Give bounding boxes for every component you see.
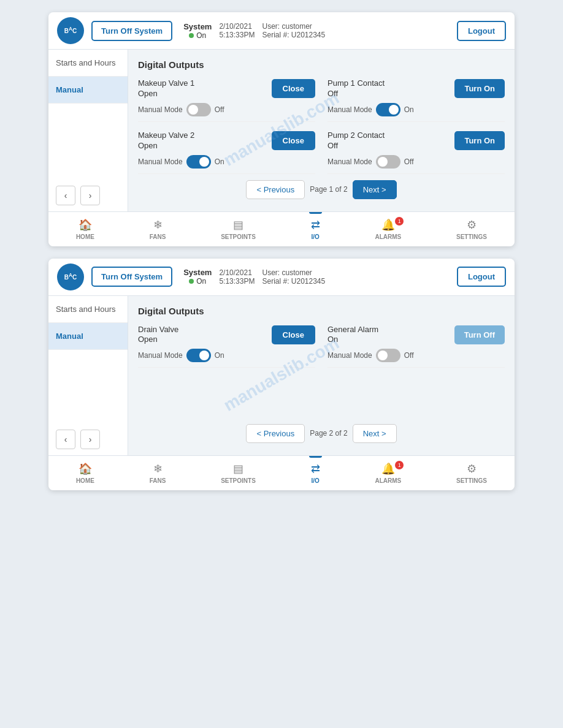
- header: BAC Turn Off System System On 2/10/2021 …: [48, 259, 515, 296]
- manual-mode-label-1: Manual Mode: [327, 351, 372, 360]
- nav-item-alarms[interactable]: 🔔ALARMS1: [369, 216, 407, 243]
- logout-button[interactable]: Logout: [457, 267, 506, 287]
- manual-mode-row-0: Manual ModeOff: [138, 103, 315, 122]
- turn-off-system-button[interactable]: Turn Off System: [91, 267, 172, 287]
- bac-logo: BAC: [57, 264, 84, 290]
- output-row-2: Makeup Valve 2 OpenClose: [138, 131, 315, 151]
- output-row-1: General Alarm OnTurn Off: [327, 325, 505, 346]
- sidebar-item-0[interactable]: Starts and Hours: [48, 296, 128, 323]
- nav-icon-setpoints: ▤: [233, 218, 243, 232]
- output-button-0[interactable]: Close: [272, 79, 315, 98]
- sidebar-item-1[interactable]: Manual: [48, 323, 128, 350]
- main-content: Digital OutputsMakeup Valve 1 OpenCloseM…: [128, 50, 515, 211]
- nav-item-fans[interactable]: ❄FANS: [144, 460, 172, 487]
- nav-icon-settings: ⚙: [467, 462, 477, 476]
- pagination: < Previous Page 1 of 2 Next >: [138, 174, 505, 202]
- page-info: Page 1 of 2: [310, 185, 347, 194]
- alarm-badge: 1: [395, 461, 404, 469]
- screen-inner-2: BAC Turn Off System System On 2/10/2021 …: [48, 259, 515, 490]
- output-button-2[interactable]: Close: [272, 131, 315, 150]
- output-item-2: Makeup Valve 2 OpenCloseManual ModeOn: [138, 131, 315, 174]
- output-button-3[interactable]: Turn On: [454, 131, 505, 150]
- nav-label-i/o: I/O: [311, 477, 319, 484]
- nav-arrow-right[interactable]: ›: [80, 186, 100, 205]
- nav-label-setpoints: SETPOINTS: [221, 233, 256, 240]
- nav-label-alarms: ALARMS: [375, 233, 401, 240]
- nav-item-home[interactable]: 🏠HOME: [70, 460, 101, 487]
- bac-logo: BAC: [57, 17, 84, 44]
- nav-label-home: HOME: [76, 233, 94, 240]
- toggle-knob-1: [378, 351, 388, 360]
- system-on-label: On: [196, 31, 206, 40]
- toggle-0[interactable]: [186, 349, 211, 362]
- toggle-1[interactable]: [376, 349, 400, 362]
- system-status: On: [189, 277, 206, 286]
- nav-item-setpoints[interactable]: ▤SETPOINTS: [215, 216, 262, 243]
- toggle-3[interactable]: [376, 155, 400, 169]
- nav-icon-i/o: ⇄: [311, 462, 320, 476]
- screen-inner-1: BAC Turn Off System System On 2/10/2021 …: [48, 12, 515, 246]
- section-title: Digital Outputs: [138, 59, 505, 70]
- sidebar-item-1[interactable]: Manual: [48, 77, 128, 104]
- nav-item-home[interactable]: 🏠HOME: [70, 216, 101, 243]
- nav-icon-setpoints: ▤: [233, 462, 243, 476]
- output-button-1[interactable]: Turn On: [454, 79, 505, 98]
- nav-arrow-right[interactable]: ›: [80, 430, 100, 449]
- output-button-1[interactable]: Turn Off: [454, 325, 505, 344]
- toggle-knob-0: [199, 351, 209, 360]
- manual-mode-label-2: Manual Mode: [138, 157, 183, 166]
- system-info: System On: [183, 22, 212, 40]
- alarm-badge: 1: [395, 217, 404, 226]
- time-label: 5:13:33PM: [219, 31, 255, 39]
- next-button[interactable]: Next >: [353, 424, 397, 443]
- nav-item-settings[interactable]: ⚙SETTINGS: [450, 460, 493, 487]
- nav-label-fans: FANS: [150, 233, 166, 240]
- nav-label-fans: FANS: [150, 477, 166, 484]
- output-button-0[interactable]: Close: [272, 325, 315, 344]
- output-row-0: Drain Valve OpenClose: [138, 325, 315, 346]
- toggle-knob-2: [199, 157, 209, 167]
- nav-item-alarms[interactable]: 🔔ALARMS1: [369, 460, 407, 487]
- nav-item-setpoints[interactable]: ▤SETPOINTS: [215, 460, 262, 487]
- nav-icon-settings: ⚙: [467, 218, 477, 232]
- output-item-1: General Alarm OnTurn OffManual ModeOff: [327, 325, 505, 368]
- sidebar-nav-arrows: ‹ ›: [48, 423, 128, 455]
- output-name-0: Drain Valve Open: [138, 325, 178, 346]
- turn-off-system-button[interactable]: Turn Off System: [91, 21, 172, 41]
- nav-item-fans[interactable]: ❄FANS: [144, 216, 172, 243]
- toggle-knob-1: [389, 105, 399, 115]
- nav-item-i/o[interactable]: ⇄I/O: [305, 216, 326, 243]
- prev-button[interactable]: < Previous: [246, 180, 305, 199]
- time-label: 5:13:33PM: [219, 277, 255, 286]
- toggle-2[interactable]: [186, 155, 211, 169]
- sidebar-nav-arrows: ‹ ›: [48, 180, 128, 211]
- toggle-0[interactable]: [186, 103, 211, 116]
- page-info: Page 2 of 2: [310, 429, 347, 438]
- manual-mode-label-0: Manual Mode: [138, 351, 183, 360]
- bottom-nav: 🏠HOME❄FANS▤SETPOINTS⇄I/O🔔ALARMS1⚙SETTING…: [48, 211, 515, 246]
- next-button[interactable]: Next >: [353, 180, 397, 199]
- toggle-label-2: On: [215, 157, 224, 166]
- logo-text: BAC: [64, 273, 77, 281]
- sidebar-item-0[interactable]: Starts and Hours: [48, 50, 128, 77]
- logout-button[interactable]: Logout: [457, 21, 506, 41]
- output-row-1: Pump 1 Contact OffTurn On: [327, 78, 505, 99]
- nav-item-settings[interactable]: ⚙SETTINGS: [450, 216, 493, 243]
- logo-text: BAC: [64, 26, 77, 34]
- status-dot: [189, 33, 194, 38]
- nav-arrow-left[interactable]: ‹: [56, 430, 75, 449]
- manual-mode-label-3: Manual Mode: [327, 157, 372, 166]
- nav-item-i/o[interactable]: ⇄I/O: [305, 460, 326, 487]
- user-info: User: customer Serial #: U2012345: [262, 22, 325, 39]
- pagination: < Previous Page 2 of 2 Next >: [138, 418, 505, 446]
- nav-label-alarms: ALARMS: [375, 477, 401, 484]
- toggle-1[interactable]: [376, 103, 400, 116]
- nav-arrow-left[interactable]: ‹: [56, 186, 75, 205]
- status-dot: [189, 279, 194, 284]
- toggle-label-3: Off: [404, 157, 414, 166]
- output-row-3: Pump 2 Contact OffTurn On: [327, 131, 505, 151]
- prev-button[interactable]: < Previous: [246, 424, 305, 443]
- serial-label: Serial #: U2012345: [262, 277, 325, 286]
- nav-label-home: HOME: [76, 477, 94, 484]
- output-name-1: General Alarm On: [327, 325, 378, 346]
